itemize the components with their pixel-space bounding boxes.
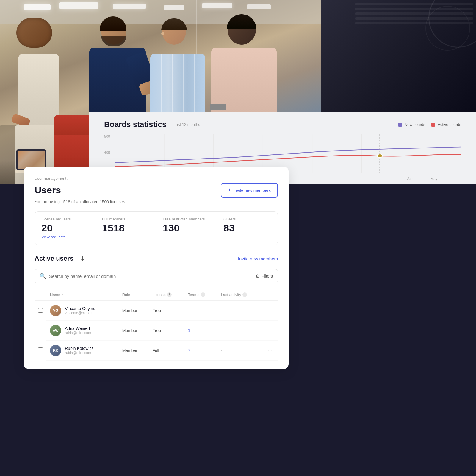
license-requests-label: License requests xyxy=(41,217,89,221)
download-icon: ⬇ xyxy=(80,255,85,262)
invite-new-members-button[interactable]: + Invite new members xyxy=(221,183,278,198)
teams-column-header: Teams xyxy=(188,292,199,297)
plus-icon: + xyxy=(228,187,231,193)
table-row: RK Rubin Kotowicz rubin@miro.com Member … xyxy=(35,341,278,361)
main-panel: User management / Users + Invite new mem… xyxy=(24,167,289,369)
invite-new-members-link[interactable]: Invite new members xyxy=(238,256,278,261)
search-icon: 🔍 xyxy=(40,273,46,279)
filter-icon: ⚙ xyxy=(256,273,260,279)
free-restricted-label: Free restricted members xyxy=(163,217,210,221)
legend-new-boards: New boards xyxy=(398,122,425,127)
user-email: vincente@miro.com xyxy=(65,311,96,315)
table-row: VG Vincente Goyins vincente@miro.com Mem… xyxy=(35,301,278,321)
role-column-header: Role xyxy=(122,292,130,297)
user-email: adria@miro.com xyxy=(65,331,91,335)
guests-value: 83 xyxy=(223,223,271,234)
license-requests-value: 20 xyxy=(41,223,89,234)
chart-title: Boards statistics xyxy=(104,120,167,129)
search-input[interactable] xyxy=(49,274,253,279)
month-may: May xyxy=(430,177,437,181)
name-column-header: Name xyxy=(50,292,60,297)
filters-button[interactable]: ⚙ Filters xyxy=(256,273,273,279)
month-apr: Apr xyxy=(407,177,413,181)
row-checkbox-3[interactable] xyxy=(38,347,43,352)
row-checkbox-1[interactable] xyxy=(38,308,43,313)
full-members-value: 1518 xyxy=(102,223,149,234)
free-restricted-value: 130 xyxy=(163,223,210,234)
active-users-title: Active users xyxy=(35,255,73,262)
avatar: RK xyxy=(50,345,61,356)
free-restricted-cell: Free restricted members 130 xyxy=(156,212,217,245)
license-info-icon: i xyxy=(167,292,172,297)
download-button[interactable]: ⬇ xyxy=(78,253,88,264)
user-email: rubin@miro.com xyxy=(65,351,94,355)
avatar: AW xyxy=(50,325,61,336)
row-more-button-2[interactable]: ··· xyxy=(266,327,274,335)
search-bar: 🔍 ⚙ Filters xyxy=(35,269,278,283)
legend-active-boards: Active boards xyxy=(431,122,461,127)
activity-info-icon: i xyxy=(242,292,247,297)
row-more-button-1[interactable]: ··· xyxy=(266,307,274,315)
user-name: Adria Weinert xyxy=(65,326,91,331)
select-all-checkbox[interactable] xyxy=(38,292,43,296)
last-activity-column-header: Last activity xyxy=(221,292,241,297)
table-row: AW Adria Weinert adria@miro.com Member F… xyxy=(35,321,278,341)
top-right-bg xyxy=(321,0,476,113)
full-members-label: Full members xyxy=(102,217,149,221)
avatar: VG xyxy=(50,305,61,316)
guests-cell: Guests 83 xyxy=(217,212,278,245)
user-name: Vincente Goyins xyxy=(65,306,96,311)
stats-row: License requests 20 View requests Full m… xyxy=(35,211,278,245)
view-requests-link[interactable]: View requests xyxy=(41,235,65,239)
row-checkbox-2[interactable] xyxy=(38,328,43,332)
full-members-cell: Full members 1518 xyxy=(95,212,156,245)
page-title: Users xyxy=(35,185,61,196)
license-info: You are using 1518 of an allocated 1500 … xyxy=(35,199,278,204)
breadcrumb: User management / xyxy=(35,176,278,181)
chart-subtitle: Last 12 months xyxy=(174,122,200,127)
teams-info-icon: i xyxy=(201,292,205,297)
guests-label: Guests xyxy=(223,217,271,221)
users-table: Name ↑ Role License i Teams i xyxy=(35,289,278,361)
user-name: Rubin Kotowicz xyxy=(65,346,94,351)
row-more-button-3[interactable]: ··· xyxy=(266,347,274,355)
license-requests-cell: License requests 20 View requests xyxy=(35,212,95,245)
license-column-header: License xyxy=(152,292,166,297)
sort-icon: ↑ xyxy=(62,293,64,296)
